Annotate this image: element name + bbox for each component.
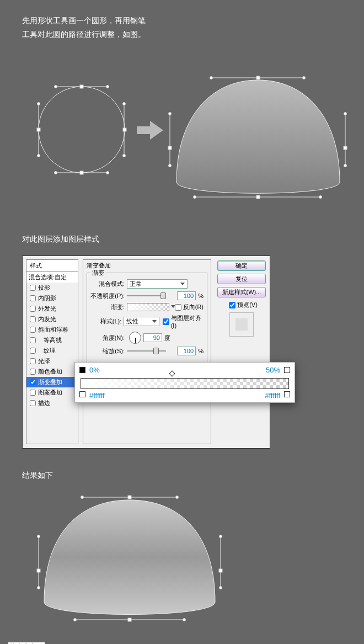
svg-point-31 (169, 113, 172, 115)
svg-point-12 (106, 172, 109, 174)
svg-point-48 (38, 587, 40, 589)
scale-slider[interactable] (127, 347, 175, 355)
svg-rect-39 (128, 496, 131, 499)
color-stop-left[interactable] (79, 391, 85, 397)
svg-rect-41 (37, 569, 40, 572)
style-item-4[interactable]: 斜面和浮雕 (26, 324, 78, 335)
heading-result: 结果如下 (22, 471, 364, 481)
right-color-hex: #ffffff (265, 391, 280, 400)
result-illustration (17, 486, 226, 635)
style-item-3[interactable]: 内发光 (26, 314, 78, 324)
left-color-hex: #ffffff (89, 391, 105, 400)
chevron-down-icon (152, 320, 157, 323)
fieldset-legend: 渐变 (90, 269, 106, 277)
style-label: 样式(L): (90, 317, 121, 326)
style-item-label: 内发光 (38, 315, 56, 323)
style-item-6[interactable]: 纹理 (26, 345, 78, 356)
arrow-icon (137, 121, 163, 140)
svg-point-43 (81, 496, 84, 499)
style-item-checkbox[interactable] (30, 358, 36, 364)
svg-rect-8 (123, 128, 126, 131)
style-item-label: 渐变叠加 (38, 378, 62, 386)
svg-rect-24 (256, 195, 260, 199)
align-with-layer-checkbox[interactable] (163, 318, 169, 325)
angle-unit: 度 (164, 334, 170, 342)
style-item-label: 颜色叠加 (38, 368, 62, 376)
angle-dial[interactable] (129, 332, 141, 344)
style-item-checkbox[interactable] (30, 327, 36, 333)
style-item-10[interactable]: 图案叠加 (26, 387, 78, 398)
midpoint-diamond-icon[interactable] (169, 371, 175, 377)
result-dome-shape (44, 500, 215, 615)
ok-button[interactable]: 确定 (217, 260, 266, 271)
style-item-1[interactable]: 内阴影 (26, 293, 78, 304)
styles-list-panel: 样式 混合选项:自定 投影内阴影外发光内发光斜面和浮雕等高线纹理光泽颜色叠加渐变… (26, 259, 78, 444)
blending-options-default[interactable]: 混合选项:自定 (26, 272, 78, 283)
style-item-5[interactable]: 等高线 (26, 335, 78, 345)
style-item-checkbox[interactable] (30, 295, 36, 301)
gradient-picker[interactable] (127, 303, 169, 311)
scale-unit: % (198, 348, 204, 354)
style-item-checkbox[interactable] (30, 306, 36, 312)
svg-point-14 (38, 155, 40, 157)
reverse-label: 反向(R) (183, 303, 204, 311)
opacity-value[interactable]: 100 (177, 291, 196, 300)
blend-mode-select[interactable]: 正常 (127, 279, 188, 289)
style-item-checkbox[interactable] (30, 285, 36, 291)
svg-rect-5 (80, 85, 83, 88)
styles-list-header: 样式 (26, 260, 78, 272)
style-item-checkbox[interactable] (30, 390, 36, 396)
gradient-fieldset: 渐变 混合模式: 正常 不透明度(P): 100 % 渐变: 反向(R) (87, 273, 207, 363)
svg-rect-6 (80, 171, 83, 174)
style-item-checkbox[interactable] (30, 369, 36, 375)
style-thumbnail (229, 312, 254, 337)
reverse-checkbox[interactable] (175, 304, 181, 311)
gradient-overlay-panel: 渐变叠加 渐变 混合模式: 正常 不透明度(P): 100 % 渐变: 反向(R… (83, 259, 211, 444)
style-item-11[interactable]: 描边 (26, 398, 78, 408)
opacity-stop-left[interactable] (79, 367, 85, 373)
gradient-bar[interactable] (81, 378, 289, 389)
svg-point-9 (55, 86, 57, 88)
svg-rect-17 (137, 126, 150, 134)
opacity-stop-right[interactable] (284, 367, 290, 373)
style-item-checkbox[interactable] (30, 400, 36, 406)
svg-point-33 (344, 113, 347, 115)
intro-line1: 先用形状工具画一个圆形，再用钢笔 (22, 14, 342, 28)
svg-point-30 (319, 196, 322, 199)
svg-point-11 (55, 172, 57, 174)
style-item-label: 内阴影 (38, 294, 56, 302)
style-item-checkbox[interactable] (30, 379, 36, 385)
new-style-button[interactable]: 新建样式(W)... (217, 287, 266, 297)
scale-value[interactable]: 100 (177, 347, 196, 355)
dome-shape (176, 80, 340, 193)
style-item-9[interactable]: 渐变叠加 (26, 377, 78, 387)
svg-point-0 (39, 87, 125, 173)
color-stop-right[interactable] (284, 391, 290, 397)
intro-paragraph: 先用形状工具画一个圆形，再用钢笔 工具对此圆的路径进行调整，如图。 (22, 14, 342, 41)
scale-label: 缩放(S): (90, 347, 125, 355)
style-item-0[interactable]: 投影 (26, 283, 78, 293)
heading-add-layer-style: 对此图层添加图层样式 (22, 235, 364, 244)
gradient-style-select[interactable]: 线性 (124, 317, 159, 326)
circle-anchor-points (37, 85, 126, 174)
opacity-unit: % (198, 292, 204, 299)
preview-checkbox[interactable] (229, 302, 235, 308)
style-item-checkbox[interactable] (30, 337, 36, 343)
layer-style-dialog: 样式 混合选项:自定 投影内阴影外发光内发光斜面和浮雕等高线纹理光泽颜色叠加渐变… (22, 256, 270, 449)
svg-rect-42 (219, 569, 222, 572)
angle-value[interactable]: 90 (143, 333, 162, 342)
shape-illustration (0, 58, 364, 201)
site-badge: 脚本之家 JB51.Net (8, 642, 364, 644)
svg-point-34 (344, 164, 347, 167)
svg-point-29 (194, 196, 196, 199)
reset-button[interactable]: 复位 (217, 274, 266, 284)
opacity-slider[interactable] (127, 292, 175, 300)
style-item-checkbox[interactable] (30, 348, 36, 354)
gradient-label: 渐变: (90, 303, 125, 311)
style-item-8[interactable]: 颜色叠加 (26, 366, 78, 377)
style-item-7[interactable]: 光泽 (26, 356, 78, 366)
style-item-checkbox[interactable] (30, 316, 36, 322)
style-item-2[interactable]: 外发光 (26, 304, 78, 314)
style-item-label: 外发光 (38, 305, 56, 313)
opacity-label: 不透明度(P): (90, 292, 125, 300)
